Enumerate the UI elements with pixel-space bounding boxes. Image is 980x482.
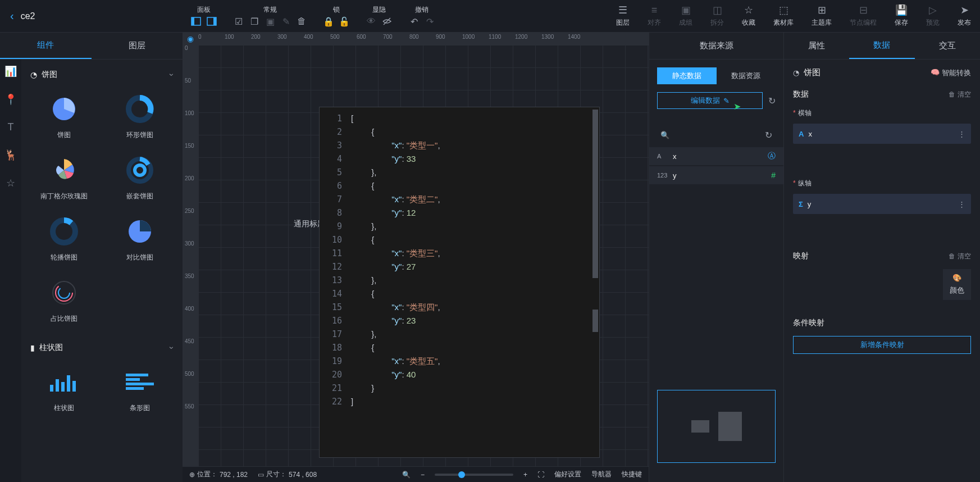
nav-button[interactable]: 导航器 xyxy=(591,470,612,479)
data-source-header: 数据来源 xyxy=(649,33,783,60)
tab-data[interactable]: 数据 xyxy=(849,33,914,59)
field-menu-icon[interactable]: ⋮ xyxy=(958,130,965,138)
align-button[interactable]: ≡对齐 xyxy=(639,0,670,32)
code-content[interactable]: [ { "x": "类型一", "y": 33 }, { "x": "类型二",… xyxy=(347,107,599,457)
tab-layers[interactable]: 图层 xyxy=(92,33,183,59)
pref-button[interactable]: 偏好设置 xyxy=(554,470,581,479)
static-data-button[interactable]: 静态数据 xyxy=(657,67,717,84)
code-editor[interactable]: 12345678910111213141516171819202122 [ { … xyxy=(319,107,600,458)
star-icon: ☆ xyxy=(743,4,754,16)
preview-button[interactable]: ▷预览 xyxy=(917,0,949,32)
nav-star-icon[interactable]: ☆ xyxy=(6,177,15,189)
zoom-out-icon[interactable]: 🔍 xyxy=(402,471,411,479)
nav-map-icon[interactable]: 📍 xyxy=(4,93,17,106)
data-resource-button[interactable]: 数据资源 xyxy=(717,67,776,84)
paste-icon[interactable]: ▣ xyxy=(265,16,276,27)
comp-ratio[interactable]: 占比饼图 xyxy=(28,271,100,328)
comp-compare[interactable]: 对比饼图 xyxy=(104,210,176,267)
group-button[interactable]: ▣成组 xyxy=(670,0,701,32)
refresh-fields-icon[interactable]: ↻ xyxy=(765,130,772,140)
comp-pie[interactable]: 饼图 xyxy=(28,88,100,144)
zoom-plus[interactable]: + xyxy=(523,471,527,479)
copy-icon[interactable]: ❐ xyxy=(249,16,260,27)
svg-rect-19 xyxy=(126,374,148,376)
nav-chart-icon[interactable]: 📊 xyxy=(4,65,17,78)
color-mapping-button[interactable]: 🎨 颜色 xyxy=(943,269,971,300)
comp-nested[interactable]: 嵌套饼图 xyxy=(104,149,176,206)
cond-mapping-label: 条件映射 xyxy=(793,318,971,328)
undo-icon[interactable]: ↶ xyxy=(408,16,420,27)
vaxis-field[interactable]: Σ y ⋮ xyxy=(793,194,971,214)
check-icon[interactable]: ☑ xyxy=(233,16,244,27)
publish-button[interactable]: ➤发布 xyxy=(949,0,980,32)
palette-icon: 🎨 xyxy=(952,274,961,282)
materials-button[interactable]: ⬚素材库 xyxy=(764,0,803,32)
pie-icon: ◔ xyxy=(793,69,799,77)
chevron-down-icon: › xyxy=(168,347,177,349)
section-pie-header[interactable]: ◔ 饼图 › xyxy=(26,66,178,83)
shortcut-button[interactable]: 快捷键 xyxy=(622,470,642,479)
field-badge-hash-icon: # xyxy=(771,171,776,180)
show-icon[interactable]: 👁 xyxy=(366,16,377,27)
scrollbar-thumb[interactable] xyxy=(592,110,598,278)
comp-bar[interactable]: 柱状图 xyxy=(28,361,100,417)
undo-group-label: 撤销 xyxy=(415,5,429,15)
sum-type-icon: Σ xyxy=(799,200,803,208)
search-icon[interactable]: 🔍 xyxy=(660,131,669,139)
comp-rose[interactable]: 南丁格尔玫瑰图 xyxy=(28,149,100,206)
svg-rect-3 xyxy=(213,17,216,25)
comp-donut[interactable]: 环形饼图 xyxy=(104,88,176,144)
add-cond-mapping-button[interactable]: 新增条件映射 xyxy=(793,336,971,354)
hide-icon[interactable] xyxy=(381,16,393,27)
zoom-minus[interactable]: − xyxy=(421,471,425,479)
clear-data-button[interactable]: 🗑清空 xyxy=(949,90,971,99)
favorite-button[interactable]: ☆收藏 xyxy=(733,0,764,32)
panel-left-icon[interactable] xyxy=(190,16,202,27)
comp-strip[interactable]: 条形图 xyxy=(104,361,176,417)
smart-convert-button[interactable]: 🧠智能转换 xyxy=(931,68,971,78)
themes-button[interactable]: ⊞主题库 xyxy=(803,0,841,32)
node-button[interactable]: ⊟节点编程 xyxy=(841,0,886,32)
field-type-string-icon: A xyxy=(657,153,668,160)
field-type-number-icon: 123 xyxy=(657,172,668,179)
back-arrow-icon[interactable]: ‹ xyxy=(10,10,14,22)
publish-icon: ➤ xyxy=(959,4,970,16)
canvas-eye-toggle[interactable]: ◉ xyxy=(183,33,198,45)
svg-rect-15 xyxy=(56,379,59,392)
project-title: ce2 xyxy=(21,11,35,21)
zoom-fit-icon[interactable]: ⛶ xyxy=(537,471,544,479)
scrollbar-thumb-2[interactable] xyxy=(592,310,598,332)
layers-button[interactable]: ☰图层 xyxy=(607,0,639,32)
brain-icon: 🧠 xyxy=(931,68,940,78)
nav-text-icon[interactable]: T xyxy=(8,121,14,133)
canvas-grid[interactable]: 通用标题 12345678910111213141516171819202122… xyxy=(198,45,649,466)
tab-attributes[interactable]: 属性 xyxy=(784,33,849,59)
thumbnail-preview[interactable] xyxy=(657,390,776,463)
split-button[interactable]: ◫拆分 xyxy=(701,0,733,32)
haxis-field[interactable]: A x ⋮ xyxy=(793,124,971,144)
lock-icon[interactable]: 🔒 xyxy=(323,16,334,27)
clear-mapping-button[interactable]: 🗑清空 xyxy=(949,252,971,261)
redo-icon[interactable]: ↷ xyxy=(424,16,435,27)
svg-rect-14 xyxy=(50,385,53,392)
tab-interact[interactable]: 交互 xyxy=(915,33,980,59)
brush-icon[interactable]: ✎ xyxy=(280,16,291,27)
unlock-icon[interactable]: 🔓 xyxy=(339,16,350,27)
comp-carousel[interactable]: 轮播饼图 xyxy=(28,210,100,267)
panel-right-icon[interactable] xyxy=(206,16,217,27)
nav-deer-icon[interactable]: 🦌 xyxy=(4,149,17,161)
layers-icon: ☰ xyxy=(617,4,628,16)
vaxis-dropzone[interactable] xyxy=(793,216,971,237)
section-bar-header[interactable]: ▮ 柱状图 › xyxy=(26,339,178,356)
save-button[interactable]: 💾保存 xyxy=(886,0,917,32)
position-readout: ⊕位置：792 , 182 xyxy=(189,470,248,479)
zoom-slider[interactable] xyxy=(435,474,513,476)
theme-icon: ⊞ xyxy=(816,4,827,16)
delete-icon[interactable]: 🗑 xyxy=(296,16,307,27)
trash-icon: 🗑 xyxy=(949,252,955,260)
field-x[interactable]: A x Ⓐ xyxy=(649,147,783,165)
haxis-dropzone[interactable] xyxy=(793,146,971,166)
field-menu-icon[interactable]: ⋮ xyxy=(958,200,965,208)
tab-components[interactable]: 组件 xyxy=(0,33,92,59)
field-y[interactable]: 123 y # xyxy=(649,166,783,184)
